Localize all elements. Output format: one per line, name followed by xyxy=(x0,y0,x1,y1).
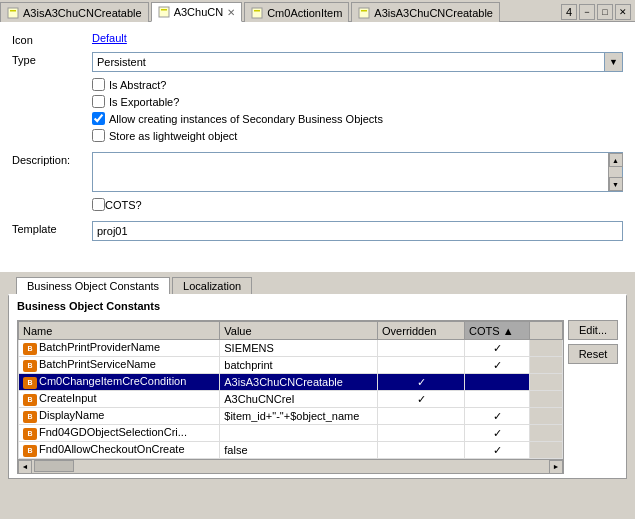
svg-rect-5 xyxy=(254,10,260,12)
cell-overridden xyxy=(378,340,465,357)
cell-value: batchprint xyxy=(220,357,378,374)
section-title: Business Object Constants xyxy=(17,300,618,312)
table-area: Name Value Overridden COTS ▲ xyxy=(9,320,626,478)
store-lightweight-label: Store as lightweight object xyxy=(109,130,237,142)
table-row[interactable]: BCreateInputA3ChuCNCreI✓ xyxy=(19,391,563,408)
cots-checkbox[interactable] xyxy=(92,198,105,211)
store-lightweight-checkbox[interactable] xyxy=(92,129,105,142)
tab-a3chucn[interactable]: A3ChuCN ✕ xyxy=(151,2,243,22)
col-header-overridden: Overridden xyxy=(378,322,465,340)
is-abstract-checkbox[interactable] xyxy=(92,78,105,91)
main-form: Icon Default Type ▼ Is Abstract? Is Expo… xyxy=(0,22,635,272)
scroll-left-arrow[interactable]: ◄ xyxy=(18,460,32,474)
tab-icon-4 xyxy=(358,7,370,19)
inner-tab-bar: Business Object Constants Localization xyxy=(8,272,627,294)
template-label: Template xyxy=(12,221,92,235)
row-icon: B xyxy=(23,445,37,457)
tab-label-1: A3isA3ChuCNCreatable xyxy=(23,7,142,19)
cell-cots xyxy=(465,374,530,391)
template-input[interactable] xyxy=(92,221,623,241)
cell-scroll xyxy=(530,374,563,391)
scroll-right-arrow[interactable]: ► xyxy=(549,460,563,474)
row-icon: B xyxy=(23,394,37,406)
maximize-button[interactable]: □ xyxy=(597,4,613,20)
type-dropdown-btn[interactable]: ▼ xyxy=(605,52,623,72)
sort-arrow-icon: ▲ xyxy=(503,325,514,337)
cell-scroll xyxy=(530,391,563,408)
cell-name: BDisplayName xyxy=(19,408,220,425)
h-scroll-thumb[interactable] xyxy=(34,460,74,472)
tab-a3isa3chucncreatable-2[interactable]: A3isA3ChuCNCreatable xyxy=(351,2,500,22)
description-textarea[interactable] xyxy=(93,153,608,191)
table-row[interactable]: BFnd04GDObjectSelectionCri...✓ xyxy=(19,425,563,442)
cots-row: COTS? xyxy=(12,198,623,215)
table-row[interactable]: BBatchPrintServiceNamebatchprint✓ xyxy=(19,357,563,374)
reset-button[interactable]: Reset xyxy=(568,344,618,364)
cell-name: BFnd0AllowCheckoutOnCreate xyxy=(19,442,220,459)
row-icon: B xyxy=(23,343,37,355)
cell-overridden xyxy=(378,357,465,374)
cell-value: false xyxy=(220,442,378,459)
bottom-area: Business Object Constants Localization B… xyxy=(0,272,635,479)
tab-cm0actionitem[interactable]: Cm0ActionItem xyxy=(244,2,349,22)
row-icon: B xyxy=(23,377,37,389)
cell-value: A3ChuCNCreI xyxy=(220,391,378,408)
cell-cots: ✓ xyxy=(465,425,530,442)
cell-name: BCm0ChangeItemCreCondition xyxy=(19,374,220,391)
icon-label: Icon xyxy=(12,32,92,46)
col-header-value: Value xyxy=(220,322,378,340)
constants-table-outer: Name Value Overridden COTS ▲ xyxy=(17,320,564,474)
tab-controls: 4 − □ ✕ xyxy=(559,2,635,21)
table-row[interactable]: BBatchPrintProviderNameSIEMENS✓ xyxy=(19,340,563,357)
tab-business-object-constants[interactable]: Business Object Constants xyxy=(16,277,170,294)
scroll-up-arrow[interactable]: ▲ xyxy=(609,153,623,167)
allow-creating-row: Allow creating instances of Secondary Bu… xyxy=(92,112,623,125)
cell-cots: ✓ xyxy=(465,442,530,459)
is-exportable-label: Is Exportable? xyxy=(109,96,179,108)
tab-a3isa3chucncreatable-1[interactable]: A3isA3ChuCNCreatable xyxy=(0,2,149,22)
row-icon: B xyxy=(23,411,37,423)
tab-close-button[interactable]: ✕ xyxy=(227,7,235,18)
constants-table-wrap: Name Value Overridden COTS ▲ xyxy=(17,320,618,474)
col-header-name: Name xyxy=(19,322,220,340)
icon-default-link[interactable]: Default xyxy=(92,32,127,44)
is-exportable-row: Is Exportable? xyxy=(92,95,623,108)
template-control xyxy=(92,221,623,241)
description-control: ▲ ▼ xyxy=(92,152,623,192)
cell-name: BBatchPrintServiceName xyxy=(19,357,220,374)
description-label: Description: xyxy=(12,152,92,166)
cell-value xyxy=(220,425,378,442)
svg-rect-2 xyxy=(159,7,169,17)
col-header-scroll xyxy=(530,322,563,340)
allow-creating-checkbox[interactable] xyxy=(92,112,105,125)
cell-value: SIEMENS xyxy=(220,340,378,357)
type-label: Type xyxy=(12,52,92,66)
tab-localization[interactable]: Localization xyxy=(172,277,252,294)
table-row[interactable]: BFnd0AllowCheckoutOnCreatefalse✓ xyxy=(19,442,563,459)
cell-overridden xyxy=(378,442,465,459)
close-button[interactable]: ✕ xyxy=(615,4,631,20)
cell-cots: ✓ xyxy=(465,357,530,374)
h-scroll-track[interactable] xyxy=(32,460,549,473)
svg-rect-6 xyxy=(359,8,369,18)
table-row[interactable]: BCm0ChangeItemCreConditionA3isA3ChuCNCre… xyxy=(19,374,563,391)
store-lightweight-row: Store as lightweight object xyxy=(92,129,623,142)
cots-label: COTS? xyxy=(105,199,142,211)
horizontal-scrollbar: ◄ ► xyxy=(18,459,563,473)
type-input[interactable] xyxy=(92,52,605,72)
minimize-button[interactable]: − xyxy=(579,4,595,20)
tab-overflow-button[interactable]: 4 xyxy=(561,4,577,20)
checkboxes-area: Is Abstract? Is Exportable? Allow creati… xyxy=(92,78,623,146)
scroll-down-arrow[interactable]: ▼ xyxy=(609,177,623,191)
edit-button[interactable]: Edit... xyxy=(568,320,618,340)
inner-tab-label-1: Business Object Constants xyxy=(27,280,159,292)
cell-name: BBatchPrintProviderName xyxy=(19,340,220,357)
icon-control: Default xyxy=(92,32,623,44)
template-row: Template xyxy=(12,221,623,241)
table-row[interactable]: BDisplayName$item_id+"-"+$object_name✓ xyxy=(19,408,563,425)
cell-name: BFnd04GDObjectSelectionCri... xyxy=(19,425,220,442)
is-exportable-checkbox[interactable] xyxy=(92,95,105,108)
row-icon: B xyxy=(23,428,37,440)
description-scrollbar: ▲ ▼ xyxy=(608,153,622,191)
cell-overridden xyxy=(378,425,465,442)
